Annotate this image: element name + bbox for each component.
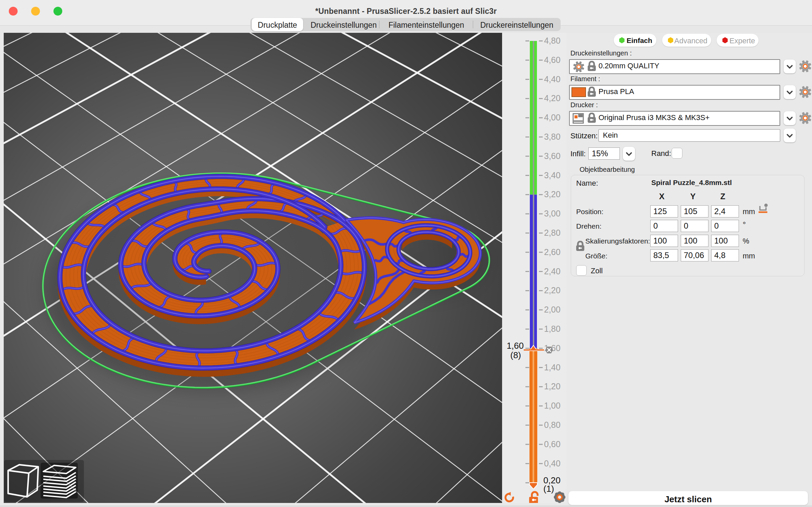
svg-text:3,60: 3,60 (544, 151, 561, 161)
svg-text:3,20: 3,20 (544, 189, 561, 199)
svg-text:2,20: 2,20 (544, 285, 561, 295)
svg-text:3,00: 3,00 (544, 209, 561, 218)
svg-text:1,60: 1,60 (506, 341, 524, 351)
svg-text:1,00: 1,00 (544, 401, 561, 410)
svg-text:(8): (8) (510, 350, 521, 360)
svg-text:1,80: 1,80 (544, 324, 561, 333)
svg-text:4,60: 4,60 (544, 55, 561, 65)
svg-text:0,80: 0,80 (544, 420, 561, 430)
svg-text:2,00: 2,00 (544, 305, 561, 314)
svg-text:0,60: 0,60 (544, 439, 561, 449)
svg-text:2,60: 2,60 (544, 247, 561, 257)
svg-text:2,40: 2,40 (544, 267, 561, 276)
svg-text:4,20: 4,20 (544, 93, 561, 103)
svg-text:4,40: 4,40 (544, 74, 561, 84)
svg-text:(1): (1) (543, 484, 554, 494)
svg-text:4,00: 4,00 (544, 113, 561, 122)
svg-text:3,40: 3,40 (544, 170, 561, 180)
svg-text:1,40: 1,40 (544, 363, 561, 372)
svg-text:0,40: 0,40 (544, 459, 561, 468)
svg-text:4,80: 4,80 (544, 36, 561, 45)
svg-text:1,20: 1,20 (544, 382, 561, 391)
svg-text:3,80: 3,80 (544, 132, 561, 141)
svg-text:2,80: 2,80 (544, 228, 561, 237)
